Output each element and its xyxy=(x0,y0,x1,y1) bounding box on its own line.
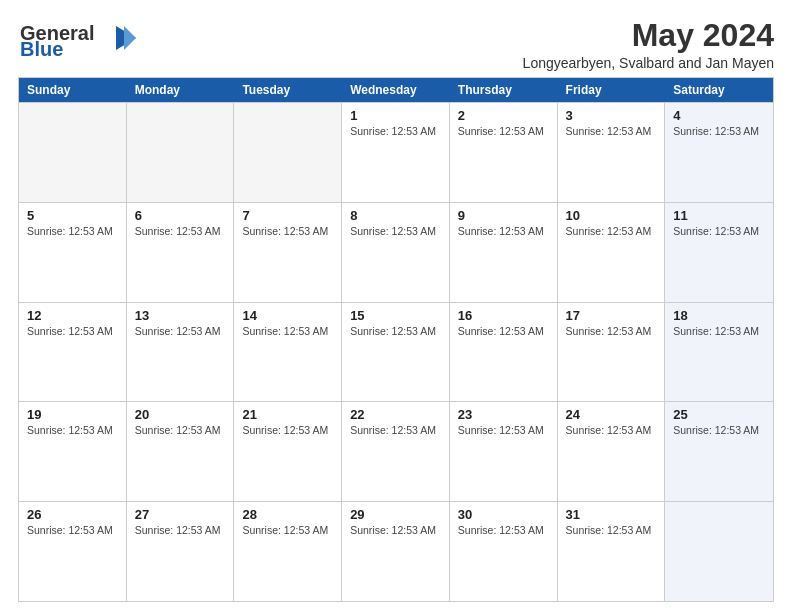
calendar-day-cell: 7Sunrise: 12:53 AM xyxy=(234,203,342,302)
page: General Blue May 2024 Longyearbyen, Sval… xyxy=(0,0,792,612)
sunrise-time: Sunrise: 12:53 AM xyxy=(135,325,226,337)
calendar-body: 1Sunrise: 12:53 AM2Sunrise: 12:53 AM3Sun… xyxy=(19,102,773,601)
calendar-week-row: 26Sunrise: 12:53 AM27Sunrise: 12:53 AM28… xyxy=(19,501,773,601)
calendar-day-cell: 22Sunrise: 12:53 AM xyxy=(342,402,450,501)
day-number: 6 xyxy=(135,208,226,223)
calendar-day-cell: 4Sunrise: 12:53 AM xyxy=(665,103,773,202)
calendar-day-cell: 17Sunrise: 12:53 AM xyxy=(558,303,666,402)
sunrise-time: Sunrise: 12:53 AM xyxy=(27,424,118,436)
day-number: 13 xyxy=(135,308,226,323)
day-number: 14 xyxy=(242,308,333,323)
svg-text:Blue: Blue xyxy=(20,38,63,60)
calendar-day-cell: 3Sunrise: 12:53 AM xyxy=(558,103,666,202)
day-number: 29 xyxy=(350,507,441,522)
day-number: 27 xyxy=(135,507,226,522)
sunrise-time: Sunrise: 12:53 AM xyxy=(458,225,549,237)
calendar-day-cell: 30Sunrise: 12:53 AM xyxy=(450,502,558,601)
sunrise-time: Sunrise: 12:53 AM xyxy=(673,225,765,237)
day-number: 1 xyxy=(350,108,441,123)
day-number: 17 xyxy=(566,308,657,323)
title-section: May 2024 Longyearbyen, Svalbard and Jan … xyxy=(523,18,774,71)
sunrise-time: Sunrise: 12:53 AM xyxy=(27,225,118,237)
sunrise-time: Sunrise: 12:53 AM xyxy=(458,524,549,536)
calendar-header-cell: Saturday xyxy=(665,78,773,102)
calendar-day-cell: 16Sunrise: 12:53 AM xyxy=(450,303,558,402)
calendar-week-row: 19Sunrise: 12:53 AM20Sunrise: 12:53 AM21… xyxy=(19,401,773,501)
day-number: 22 xyxy=(350,407,441,422)
sunrise-time: Sunrise: 12:53 AM xyxy=(242,325,333,337)
sunrise-time: Sunrise: 12:53 AM xyxy=(673,424,765,436)
calendar-day-cell: 15Sunrise: 12:53 AM xyxy=(342,303,450,402)
day-number: 15 xyxy=(350,308,441,323)
sunrise-time: Sunrise: 12:53 AM xyxy=(242,225,333,237)
calendar-day-cell: 9Sunrise: 12:53 AM xyxy=(450,203,558,302)
day-number: 24 xyxy=(566,407,657,422)
day-number: 30 xyxy=(458,507,549,522)
calendar-header-cell: Friday xyxy=(558,78,666,102)
day-number: 20 xyxy=(135,407,226,422)
calendar-week-row: 12Sunrise: 12:53 AM13Sunrise: 12:53 AM14… xyxy=(19,302,773,402)
sunrise-time: Sunrise: 12:53 AM xyxy=(350,325,441,337)
calendar-day-cell xyxy=(234,103,342,202)
sunrise-time: Sunrise: 12:53 AM xyxy=(566,325,657,337)
calendar-day-cell: 29Sunrise: 12:53 AM xyxy=(342,502,450,601)
sunrise-time: Sunrise: 12:53 AM xyxy=(350,225,441,237)
calendar-day-cell xyxy=(19,103,127,202)
calendar-day-cell xyxy=(127,103,235,202)
calendar-day-cell: 5Sunrise: 12:53 AM xyxy=(19,203,127,302)
day-number: 26 xyxy=(27,507,118,522)
location-subtitle: Longyearbyen, Svalbard and Jan Mayen xyxy=(523,55,774,71)
sunrise-time: Sunrise: 12:53 AM xyxy=(673,325,765,337)
calendar: SundayMondayTuesdayWednesdayThursdayFrid… xyxy=(18,77,774,602)
day-number: 11 xyxy=(673,208,765,223)
calendar-day-cell xyxy=(665,502,773,601)
day-number: 12 xyxy=(27,308,118,323)
calendar-day-cell: 8Sunrise: 12:53 AM xyxy=(342,203,450,302)
sunrise-time: Sunrise: 12:53 AM xyxy=(350,424,441,436)
month-year-title: May 2024 xyxy=(523,18,774,53)
calendar-day-cell: 31Sunrise: 12:53 AM xyxy=(558,502,666,601)
calendar-week-row: 1Sunrise: 12:53 AM2Sunrise: 12:53 AM3Sun… xyxy=(19,102,773,202)
day-number: 21 xyxy=(242,407,333,422)
logo-svg: General Blue xyxy=(18,18,138,60)
day-number: 2 xyxy=(458,108,549,123)
calendar-day-cell: 25Sunrise: 12:53 AM xyxy=(665,402,773,501)
day-number: 28 xyxy=(242,507,333,522)
calendar-header-cell: Thursday xyxy=(450,78,558,102)
calendar-day-cell: 11Sunrise: 12:53 AM xyxy=(665,203,773,302)
calendar-day-cell: 18Sunrise: 12:53 AM xyxy=(665,303,773,402)
day-number: 5 xyxy=(27,208,118,223)
sunrise-time: Sunrise: 12:53 AM xyxy=(458,325,549,337)
calendar-day-cell: 20Sunrise: 12:53 AM xyxy=(127,402,235,501)
sunrise-time: Sunrise: 12:53 AM xyxy=(27,524,118,536)
sunrise-time: Sunrise: 12:53 AM xyxy=(566,125,657,137)
calendar-day-cell: 6Sunrise: 12:53 AM xyxy=(127,203,235,302)
day-number: 18 xyxy=(673,308,765,323)
calendar-day-cell: 13Sunrise: 12:53 AM xyxy=(127,303,235,402)
sunrise-time: Sunrise: 12:53 AM xyxy=(458,424,549,436)
sunrise-time: Sunrise: 12:53 AM xyxy=(458,125,549,137)
day-number: 3 xyxy=(566,108,657,123)
sunrise-time: Sunrise: 12:53 AM xyxy=(566,524,657,536)
header: General Blue May 2024 Longyearbyen, Sval… xyxy=(18,18,774,71)
calendar-day-cell: 14Sunrise: 12:53 AM xyxy=(234,303,342,402)
sunrise-time: Sunrise: 12:53 AM xyxy=(135,424,226,436)
day-number: 8 xyxy=(350,208,441,223)
sunrise-time: Sunrise: 12:53 AM xyxy=(673,125,765,137)
calendar-day-cell: 1Sunrise: 12:53 AM xyxy=(342,103,450,202)
calendar-day-cell: 2Sunrise: 12:53 AM xyxy=(450,103,558,202)
calendar-day-cell: 27Sunrise: 12:53 AM xyxy=(127,502,235,601)
calendar-day-cell: 19Sunrise: 12:53 AM xyxy=(19,402,127,501)
calendar-header-cell: Tuesday xyxy=(234,78,342,102)
calendar-day-cell: 10Sunrise: 12:53 AM xyxy=(558,203,666,302)
sunrise-time: Sunrise: 12:53 AM xyxy=(350,125,441,137)
sunrise-time: Sunrise: 12:53 AM xyxy=(242,524,333,536)
day-number: 25 xyxy=(673,407,765,422)
sunrise-time: Sunrise: 12:53 AM xyxy=(566,424,657,436)
day-number: 10 xyxy=(566,208,657,223)
sunrise-time: Sunrise: 12:53 AM xyxy=(566,225,657,237)
sunrise-time: Sunrise: 12:53 AM xyxy=(135,225,226,237)
calendar-header: SundayMondayTuesdayWednesdayThursdayFrid… xyxy=(19,78,773,102)
day-number: 9 xyxy=(458,208,549,223)
sunrise-time: Sunrise: 12:53 AM xyxy=(242,424,333,436)
